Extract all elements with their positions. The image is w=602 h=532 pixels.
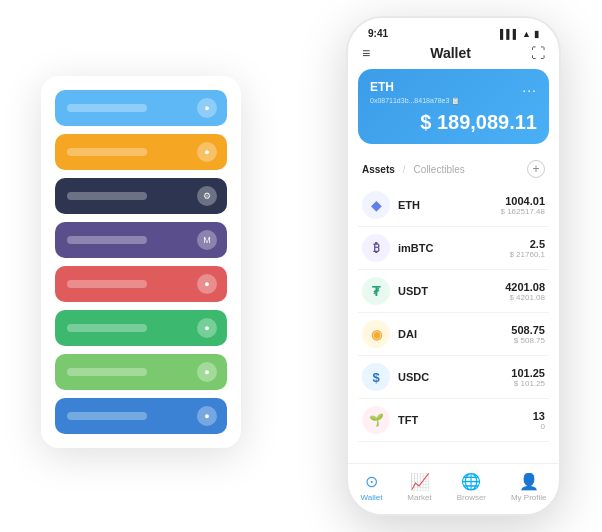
table-row[interactable]: ◆ ETH 1004.01 $ 162517.48	[358, 184, 549, 227]
eth-label: ETH	[370, 80, 394, 94]
list-item[interactable]: ●	[55, 354, 227, 390]
list-item[interactable]: ●	[55, 266, 227, 302]
tab-divider: /	[403, 164, 406, 175]
table-row[interactable]: ₮ USDT 4201.08 $ 4201.08	[358, 270, 549, 313]
market-nav-label: Market	[407, 493, 431, 502]
imbtc-asset-icon: ₿	[362, 234, 390, 262]
tft-asset-icon: 🌱	[362, 406, 390, 434]
tft-amount: 13	[533, 410, 545, 422]
orange-icon: ●	[197, 142, 217, 162]
status-icons: ▌▌▌ ▲ ▮	[500, 29, 539, 39]
eth-options-icon[interactable]: ...	[522, 79, 537, 95]
asset-amounts-eth: 1004.01 $ 162517.48	[501, 195, 546, 216]
bg-card: ● ● ⚙ M ● ● ● ●	[41, 76, 241, 448]
table-row[interactable]: $ USDC 101.25 $ 101.25	[358, 356, 549, 399]
eth-usd: $ 162517.48	[501, 207, 546, 216]
table-row[interactable]: ◉ DAI 508.75 $ 508.75	[358, 313, 549, 356]
market-nav-icon: 📈	[410, 472, 430, 491]
status-time: 9:41	[368, 28, 388, 39]
light-green-icon: ●	[197, 362, 217, 382]
usdt-amount: 4201.08	[505, 281, 545, 293]
eth-amount: 1004.01	[501, 195, 546, 207]
balance-value: $ 189,089.11	[420, 111, 537, 133]
asset-amounts-usdt: 4201.08 $ 4201.08	[505, 281, 545, 302]
tft-usd: 0	[533, 422, 545, 431]
scene: ● ● ⚙ M ● ● ● ●	[21, 16, 581, 516]
dai-amount: 508.75	[511, 324, 545, 336]
dark-icon: ⚙	[197, 186, 217, 206]
eth-card[interactable]: ETH ... 0x08711d3b...8418a78e3 📋 $ 189,0…	[358, 69, 549, 144]
phone-header: ≡ Wallet ⛶	[348, 43, 559, 69]
status-bar: 9:41 ▌▌▌ ▲ ▮	[348, 18, 559, 43]
usdt-asset-icon: ₮	[362, 277, 390, 305]
list-item[interactable]: ●	[55, 310, 227, 346]
bottom-nav: ⊙ Wallet 📈 Market 🌐 Browser 👤 My Profile	[348, 463, 559, 514]
nav-browser[interactable]: 🌐 Browser	[457, 472, 486, 502]
wallet-nav-icon: ⊙	[365, 472, 378, 491]
profile-nav-label: My Profile	[511, 493, 547, 502]
asset-list: ◆ ETH 1004.01 $ 162517.48 ₿ imBTC 2.5 $ …	[348, 184, 559, 463]
page-title: Wallet	[430, 45, 471, 61]
tab-collectibles[interactable]: Collectibles	[414, 164, 465, 175]
profile-nav-icon: 👤	[519, 472, 539, 491]
nav-wallet[interactable]: ⊙ Wallet	[360, 472, 382, 502]
nav-profile[interactable]: 👤 My Profile	[511, 472, 547, 502]
assets-tabs: Assets / Collectibles	[362, 164, 465, 175]
blue2-icon: ●	[197, 406, 217, 426]
wifi-icon: ▲	[522, 29, 531, 39]
browser-nav-label: Browser	[457, 493, 486, 502]
usdc-asset-icon: $	[362, 363, 390, 391]
blue-icon: ●	[197, 98, 217, 118]
usdt-usd: $ 4201.08	[505, 293, 545, 302]
asset-name-tft: TFT	[398, 414, 533, 426]
assets-header: Assets / Collectibles +	[348, 154, 559, 184]
asset-name-usdc: USDC	[398, 371, 511, 383]
table-row[interactable]: 🌱 TFT 13 0	[358, 399, 549, 442]
eth-card-header: ETH ...	[370, 79, 537, 95]
battery-icon: ▮	[534, 29, 539, 39]
asset-name-eth: ETH	[398, 199, 501, 211]
list-item[interactable]: ●	[55, 90, 227, 126]
browser-nav-icon: 🌐	[461, 472, 481, 491]
usdc-amount: 101.25	[511, 367, 545, 379]
green-icon: ●	[197, 318, 217, 338]
imbtc-amount: 2.5	[509, 238, 545, 250]
eth-asset-icon: ◆	[362, 191, 390, 219]
add-asset-button[interactable]: +	[527, 160, 545, 178]
nav-market[interactable]: 📈 Market	[407, 472, 431, 502]
asset-amounts-dai: 508.75 $ 508.75	[511, 324, 545, 345]
list-item[interactable]: M	[55, 222, 227, 258]
table-row[interactable]: ₿ imBTC 2.5 $ 21760.1	[358, 227, 549, 270]
asset-name-imbtc: imBTC	[398, 242, 509, 254]
list-item[interactable]: ⚙	[55, 178, 227, 214]
dai-asset-icon: ◉	[362, 320, 390, 348]
asset-amounts-imbtc: 2.5 $ 21760.1	[509, 238, 545, 259]
asset-name-dai: DAI	[398, 328, 511, 340]
tab-assets[interactable]: Assets	[362, 164, 395, 175]
asset-amounts-tft: 13 0	[533, 410, 545, 431]
red-icon: ●	[197, 274, 217, 294]
signal-icon: ▌▌▌	[500, 29, 519, 39]
usdc-usd: $ 101.25	[511, 379, 545, 388]
list-item[interactable]: ●	[55, 398, 227, 434]
wallet-nav-label: Wallet	[360, 493, 382, 502]
menu-icon[interactable]: ≡	[362, 45, 370, 61]
expand-icon[interactable]: ⛶	[531, 45, 545, 61]
eth-address: 0x08711d3b...8418a78e3 📋	[370, 97, 537, 105]
imbtc-usd: $ 21760.1	[509, 250, 545, 259]
asset-amounts-usdc: 101.25 $ 101.25	[511, 367, 545, 388]
purple-icon: M	[197, 230, 217, 250]
eth-balance: $ 189,089.11	[370, 111, 537, 134]
dai-usd: $ 508.75	[511, 336, 545, 345]
asset-name-usdt: USDT	[398, 285, 505, 297]
list-item[interactable]: ●	[55, 134, 227, 170]
phone-mockup: 9:41 ▌▌▌ ▲ ▮ ≡ Wallet ⛶ ETH ... 0x08711d…	[346, 16, 561, 516]
